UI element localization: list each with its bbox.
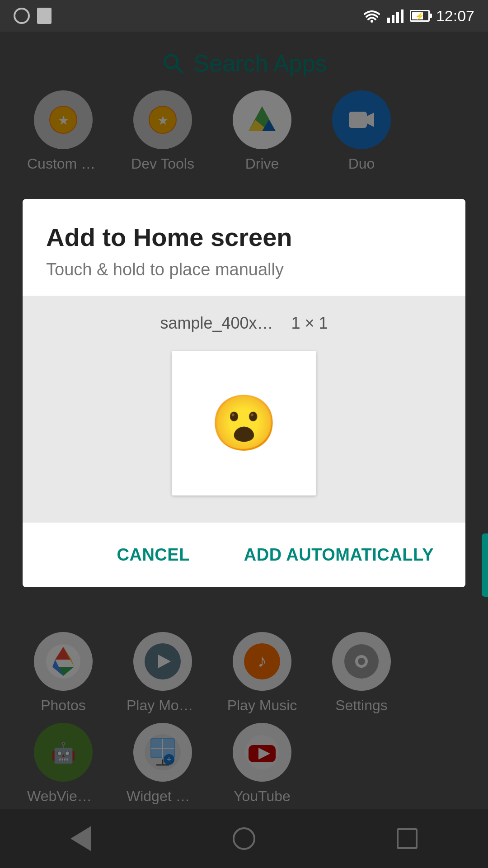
widget-emoji: 😮 — [210, 392, 278, 455]
dialog-actions: CANCEL ADD AUTOMATICALLY — [23, 523, 465, 587]
svg-rect-2 — [392, 15, 394, 23]
status-sim-icon — [37, 8, 52, 24]
signal-icon — [387, 9, 404, 23]
dialog-header: Add to Home screen Touch & hold to place… — [23, 199, 465, 296]
battery-bolt: ⚡ — [415, 12, 424, 20]
svg-rect-3 — [396, 12, 399, 23]
app-background: Search Apps ★ Custom Locale ★ Dev Tools — [0, 32, 488, 868]
status-circle-icon — [14, 8, 30, 24]
scroll-indicator — [482, 533, 488, 597]
dialog-content: sample_400x… 1 × 1 😮 — [23, 296, 465, 523]
dialog-subtitle: Touch & hold to place manually — [46, 260, 442, 279]
widget-info: sample_400x… 1 × 1 — [160, 314, 328, 333]
add-automatically-button[interactable]: ADD AUTOMATICALLY — [230, 536, 447, 574]
status-time: 12:07 — [436, 7, 474, 25]
svg-rect-4 — [401, 9, 404, 23]
svg-rect-1 — [387, 18, 390, 23]
widget-preview: 😮 — [172, 351, 316, 495]
status-bar: ⚡ 12:07 — [0, 0, 488, 32]
status-left-icons — [14, 8, 52, 24]
widget-name: sample_400x… — [160, 314, 273, 333]
dialog-title: Add to Home screen — [46, 222, 442, 252]
svg-point-0 — [371, 20, 373, 23]
battery-icon: ⚡ — [410, 10, 430, 22]
cancel-button[interactable]: CANCEL — [103, 536, 203, 574]
wifi-icon — [363, 9, 381, 23]
widget-size: 1 × 1 — [291, 314, 328, 333]
add-to-home-dialog: Add to Home screen Touch & hold to place… — [23, 199, 465, 587]
status-right-icons: ⚡ 12:07 — [363, 7, 474, 25]
